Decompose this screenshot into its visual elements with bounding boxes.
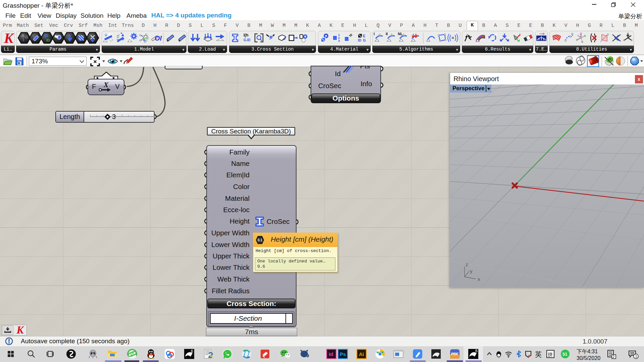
svg-text:NL: NL (398, 32, 403, 36)
svg-text:0.1: 0.1 (258, 238, 262, 242)
svg-text:30/5/2020: 30/5/2020 (577, 355, 600, 361)
svg-text:Ai: Ai (359, 351, 364, 357)
svg-text:1: 1 (635, 354, 637, 358)
svg-text:Id: Id (329, 351, 333, 357)
svg-text:I(h: I(h (244, 33, 249, 38)
svg-text:2: 2 (338, 36, 340, 40)
svg-text:A: A (21, 33, 25, 38)
svg-text:Ps: Ps (340, 351, 346, 357)
svg-text:z: z (466, 261, 468, 267)
svg-text:下午4:31: 下午4:31 (577, 349, 598, 354)
svg-text:G.ID: G.ID (244, 38, 251, 42)
svg-text:51: 51 (562, 352, 567, 357)
svg-text:2: 2 (612, 355, 614, 359)
svg-text:ID: ID (45, 34, 48, 38)
svg-text:1: 1 (338, 33, 340, 37)
svg-text:x: x (478, 276, 480, 282)
svg-text:G: G (363, 38, 366, 42)
svg-text:OI: OI (155, 35, 162, 42)
svg-text:I: I (374, 32, 375, 36)
svg-text:y: y (470, 268, 473, 274)
svg-text:I: I (23, 37, 24, 42)
svg-text:E: E (363, 34, 365, 38)
svg-text:ID: ID (358, 39, 361, 42)
svg-text:6: 6 (475, 349, 478, 353)
svg-text:II: II (386, 32, 388, 36)
svg-text:3: 3 (338, 39, 340, 43)
svg-text:6: 6 (191, 349, 193, 354)
svg-text:英: 英 (535, 351, 542, 358)
svg-text:ID: ID (46, 38, 50, 42)
svg-text:B: B (25, 35, 28, 40)
svg-text:拼: 拼 (548, 352, 553, 357)
svg-text:PDF: PDF (451, 352, 459, 356)
